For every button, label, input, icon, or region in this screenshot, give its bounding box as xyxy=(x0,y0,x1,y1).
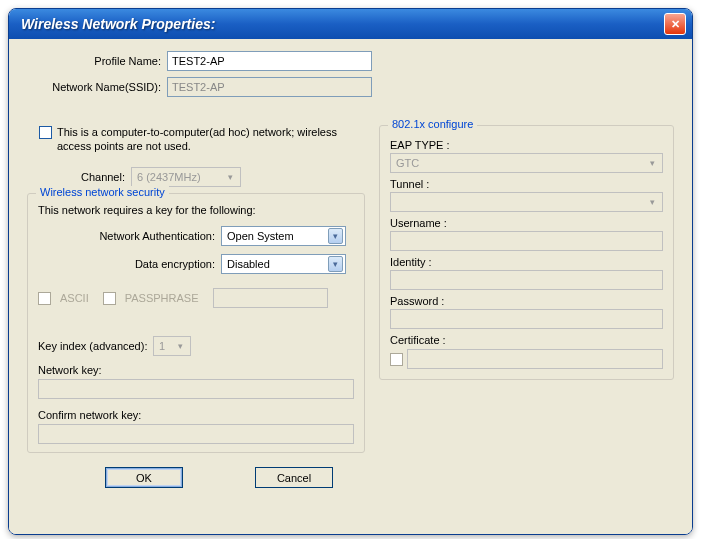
adhoc-label: This is a computer-to-computer(ad hoc) n… xyxy=(57,125,357,153)
ssid-label: Network Name(SSID): xyxy=(27,81,167,93)
chevron-down-icon: ▾ xyxy=(645,194,660,210)
net-auth-select[interactable]: Open System ▾ xyxy=(221,226,346,246)
chevron-down-icon: ▾ xyxy=(328,256,343,272)
chevron-down-icon: ▾ xyxy=(328,228,343,244)
identity-label: Identity : xyxy=(390,256,663,268)
dot1x-fieldset: 802.1x configure EAP TYPE : GTC ▾ Tunnel… xyxy=(379,125,674,380)
confirm-key-input xyxy=(38,424,354,444)
profile-name-input[interactable] xyxy=(167,51,372,71)
username-input xyxy=(390,231,663,251)
data-enc-select[interactable]: Disabled ▾ xyxy=(221,254,346,274)
chevron-down-icon: ▾ xyxy=(223,169,238,185)
security-intro-text: This network requires a key for the foll… xyxy=(38,204,354,216)
close-icon: ✕ xyxy=(671,18,680,31)
adhoc-checkbox[interactable] xyxy=(39,126,52,139)
dialog-window: Wireless Network Properties: ✕ Profile N… xyxy=(8,8,693,535)
certificate-checkbox xyxy=(390,353,403,366)
channel-select: 6 (2437MHz) ▾ xyxy=(131,167,241,187)
key-index-label: Key index (advanced): xyxy=(38,340,153,352)
passphrase-input xyxy=(213,288,328,308)
certificate-label: Certificate : xyxy=(390,334,663,346)
ascii-label: ASCII xyxy=(60,292,89,304)
ascii-checkbox xyxy=(38,292,51,305)
dot1x-legend: 802.1x configure xyxy=(388,118,477,130)
security-fieldset: Wireless network security This network r… xyxy=(27,193,365,453)
password-input xyxy=(390,309,663,329)
security-legend: Wireless network security xyxy=(36,186,169,198)
eap-type-label: EAP TYPE : xyxy=(390,139,663,151)
data-enc-label: Data encryption: xyxy=(38,258,221,270)
network-key-input xyxy=(38,379,354,399)
tunnel-select: ▾ xyxy=(390,192,663,212)
eap-type-select: GTC ▾ xyxy=(390,153,663,173)
username-label: Username : xyxy=(390,217,663,229)
net-auth-label: Network Authentication: xyxy=(38,230,221,242)
chevron-down-icon: ▾ xyxy=(645,155,660,171)
ok-button[interactable]: OK xyxy=(105,467,183,488)
window-title: Wireless Network Properties: xyxy=(21,16,215,32)
password-label: Password : xyxy=(390,295,663,307)
cancel-button[interactable]: Cancel xyxy=(255,467,333,488)
key-index-select: 1 ▾ xyxy=(153,336,191,356)
tunnel-label: Tunnel : xyxy=(390,178,663,190)
profile-name-label: Profile Name: xyxy=(27,55,167,67)
passphrase-label: PASSPHRASE xyxy=(125,292,199,304)
close-button[interactable]: ✕ xyxy=(664,13,686,35)
network-key-label: Network key: xyxy=(38,364,354,376)
identity-input xyxy=(390,270,663,290)
ssid-input xyxy=(167,77,372,97)
certificate-input xyxy=(407,349,663,369)
confirm-key-label: Confirm network key: xyxy=(38,409,354,421)
titlebar: Wireless Network Properties: ✕ xyxy=(9,9,692,39)
dialog-body: Profile Name: Network Name(SSID): This i… xyxy=(9,39,692,534)
passphrase-checkbox xyxy=(103,292,116,305)
chevron-down-icon: ▾ xyxy=(173,338,188,354)
channel-label: Channel: xyxy=(39,171,131,183)
